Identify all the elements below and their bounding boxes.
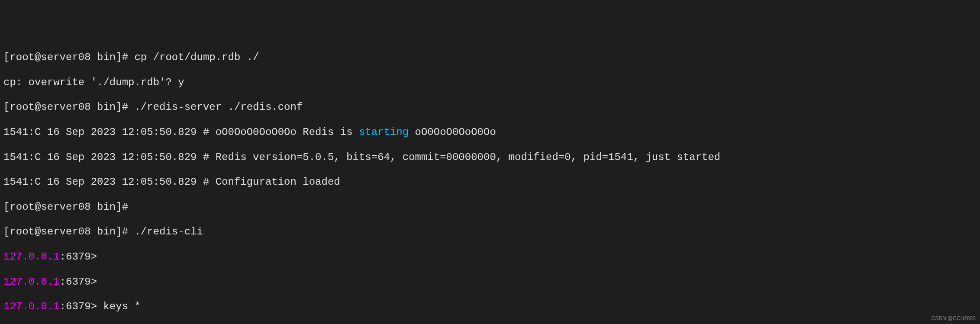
redis-ip: 127.0.0.1 bbox=[3, 276, 60, 288]
redis-prompt-line: 127.0.0.1:6379> bbox=[3, 251, 977, 263]
log-output: oO0OoO0OoO0Oo bbox=[409, 126, 496, 138]
redis-port: :6379> bbox=[60, 301, 97, 312]
redis-prompt-line: 127.0.0.1:6379> bbox=[3, 276, 977, 289]
redis-ip: 127.0.0.1 bbox=[3, 301, 60, 312]
watermark: CSDN @CCH2023 bbox=[932, 315, 976, 321]
redis-port: :6379> bbox=[60, 251, 97, 263]
redis-port: :6379> bbox=[60, 276, 97, 288]
log-output: 1541:C 16 Sep 2023 12:05:50.829 # Redis … bbox=[3, 151, 720, 163]
redis-command: keys * bbox=[97, 301, 141, 312]
shell-prompt: [root@server08 bin]# bbox=[3, 201, 128, 213]
terminal-line: cp: overwrite './dump.rdb'? y bbox=[3, 77, 977, 89]
log-output: 1541:C 16 Sep 2023 12:05:50.829 # Config… bbox=[3, 176, 340, 188]
command-text: cp /root/dump.rdb ./ bbox=[134, 51, 259, 63]
redis-ip: 127.0.0.1 bbox=[3, 251, 60, 263]
redis-prompt-line[interactable]: 127.0.0.1:6379> keys * bbox=[3, 301, 977, 313]
shell-prompt: [root@server08 bin]# bbox=[3, 101, 134, 113]
shell-prompt: [root@server08 bin]# bbox=[3, 51, 134, 63]
terminal-line: 1541:C 16 Sep 2023 12:05:50.829 # Config… bbox=[3, 176, 977, 189]
terminal-line: 1541:C 16 Sep 2023 12:05:50.829 # oO0OoO… bbox=[3, 126, 977, 139]
starting-keyword: starting bbox=[359, 126, 409, 138]
terminal-line: [root@server08 bin]# bbox=[3, 201, 977, 214]
command-text: ./redis-cli bbox=[134, 226, 203, 237]
log-output: 1541:C 16 Sep 2023 12:05:50.829 # oO0OoO… bbox=[3, 126, 359, 138]
command-text: ./redis-server ./redis.conf bbox=[134, 101, 303, 113]
overwrite-prompt: cp: overwrite './dump.rdb'? y bbox=[3, 77, 184, 88]
terminal-line: [root@server08 bin]# ./redis-cli bbox=[3, 226, 977, 238]
terminal-line: 1541:C 16 Sep 2023 12:05:50.829 # Redis … bbox=[3, 151, 977, 164]
terminal-line: [root@server08 bin]# cp /root/dump.rdb .… bbox=[3, 51, 977, 64]
shell-prompt: [root@server08 bin]# bbox=[3, 226, 134, 237]
terminal-line: [root@server08 bin]# ./redis-server ./re… bbox=[3, 101, 977, 114]
